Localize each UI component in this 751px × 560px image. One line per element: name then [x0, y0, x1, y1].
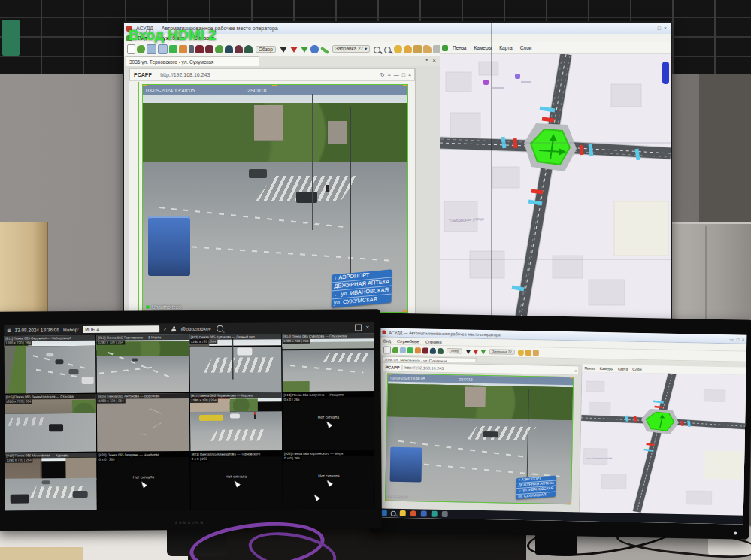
camera-tile-3[interactable]: [913] Пенза 065 Кулакова — Дачный пер.12… — [189, 334, 282, 392]
taskbar-search-icon[interactable] — [391, 510, 396, 516]
pcapp-close[interactable]: × — [408, 72, 411, 77]
zapravka-dropdown[interactable]: Заправка 27 ▾ — [332, 45, 370, 53]
rm-minimize[interactable]: — — [729, 337, 734, 341]
tab-close-icon[interactable]: × — [432, 57, 436, 64]
rm-orange-window-icon[interactable] — [415, 347, 421, 353]
vms-close-icon[interactable]: × — [365, 324, 369, 331]
rm-green-display-icon[interactable] — [407, 347, 413, 353]
rm-user-yellow-icon[interactable] — [518, 349, 524, 355]
route-icon[interactable] — [320, 47, 329, 54]
tab-bar: 3036 ул. Терновского - ул. Сухумская ▪ × — [124, 56, 440, 67]
orange-window-icon[interactable] — [179, 45, 187, 53]
map-menu-bar: Пенза Камеры Карта Слои — [440, 42, 671, 54]
tab-pin-icon[interactable]: ▪ — [426, 57, 428, 62]
window-icon[interactable] — [147, 44, 156, 54]
rm-zapravka-dropdown[interactable]: Заправка 27 — [489, 349, 515, 355]
cascade-windows-icon[interactable] — [158, 44, 168, 54]
zoom-user-icon[interactable] — [384, 47, 391, 53]
rm-leaf-icon[interactable] — [392, 347, 398, 353]
pcapp-url[interactable]: http://192.168.16.243 — [160, 72, 210, 77]
vms-menu-icon[interactable]: ≡ — [7, 326, 11, 334]
tree-red-icon[interactable] — [235, 45, 243, 53]
hand-icon[interactable] — [423, 45, 432, 53]
camera-feed[interactable]: ↑ АЭРОПОРТ ДЕЖУРНАЯ АПТЕКА ← ул. ИВАНОВС… — [142, 84, 408, 313]
bell-icon[interactable] — [404, 45, 412, 53]
rm-browse-button[interactable]: Обзор — [447, 348, 462, 353]
taskbar-app-icon-2[interactable] — [432, 511, 438, 517]
camera-tile-9[interactable]: [919] Пенза 065 Московская — Кураева1280… — [5, 453, 97, 511]
camera-tile-1[interactable]: [911] Пенза 065 Окружная — Набережная128… — [4, 335, 96, 394]
rm-pcapp-url[interactable]: http://192.168.16.243 — [404, 365, 444, 370]
camera-tile-6[interactable]: [916] Пенза 065 Антонова — Воронова1280 … — [97, 393, 189, 452]
tree-dark-icon[interactable] — [225, 45, 233, 53]
leaf-icon[interactable] — [137, 45, 145, 53]
rm-tree-icon[interactable] — [430, 347, 436, 353]
camera-tile-4[interactable]: [914] Пенза 065 Суворова — Плеханова1280… — [282, 333, 374, 392]
close-button[interactable]: × — [664, 26, 667, 31]
camera-tile-8[interactable]: [918] Пенза 065 Бакунина — Урицкого0 x 0… — [282, 392, 374, 450]
users-blue-icon[interactable] — [310, 45, 319, 53]
traffic-map[interactable]: Тамбовская улица — [440, 54, 671, 325]
taskbar-app-icon-3[interactable] — [442, 511, 448, 517]
camera-tile-7[interactable]: [917] Пенза 065 Лермонтова — Кирова1280 … — [189, 392, 282, 451]
user-yellow-icon[interactable] — [394, 45, 402, 53]
map-menu-penza[interactable]: Пенза — [449, 45, 470, 50]
vms-set-input[interactable]: ИПБ 4 — [83, 325, 159, 333]
mask-icon[interactable] — [205, 45, 213, 53]
rm-maximize[interactable]: □ — [737, 337, 739, 341]
rm-filter-green-icon[interactable] — [481, 350, 486, 354]
file-explorer-icon[interactable] — [400, 510, 406, 516]
box-icon[interactable] — [413, 45, 422, 53]
cursor-icon[interactable] — [189, 45, 194, 53]
green-leaf-icon[interactable] — [215, 45, 223, 53]
new-doc-icon[interactable] — [127, 44, 135, 54]
browse-button[interactable]: Обзор — [256, 46, 276, 53]
vms-check-icon[interactable]: ✓ — [163, 326, 168, 332]
binoculars-icon[interactable] — [195, 45, 204, 53]
rm-tree-icon-2[interactable] — [438, 347, 444, 353]
taskbar-app-icon-1[interactable] — [421, 510, 427, 516]
tree-green-icon[interactable] — [244, 45, 253, 53]
map-menu-map[interactable]: Карта — [495, 45, 516, 50]
rm-hand-icon[interactable] — [533, 350, 539, 356]
rm-filter-black-icon[interactable] — [466, 350, 471, 354]
rm-map-menu-map[interactable]: Карта — [616, 366, 631, 371]
camera-tile-2[interactable]: [912] Пенза 065 Терновского — 8 Марта128… — [96, 334, 189, 393]
vms-expand-icon[interactable] — [355, 324, 362, 331]
rm-map-menu-cameras[interactable]: Камеры — [598, 366, 616, 371]
vms-search-icon[interactable] — [217, 325, 223, 332]
pcapp-menu-icon[interactable]: ≡ — [388, 72, 391, 77]
rm-close[interactable]: × — [742, 337, 744, 341]
browser-icon[interactable] — [410, 510, 416, 516]
rm-pcapp-close[interactable]: × — [574, 368, 577, 373]
rm-bell-icon[interactable] — [525, 350, 531, 356]
camera-tile-10[interactable]: [920] Пенза 065 Гагарина — Чаадаева0 x 0… — [98, 452, 190, 510]
camera-tile-11[interactable]: [921] Пенза 065 Кижеватова — Терновского… — [190, 451, 283, 510]
zoom-in-icon[interactable] — [374, 47, 380, 53]
filter-black-icon[interactable] — [280, 47, 287, 53]
camera-tile-12[interactable]: [922] Пенза 065 Карпинского — Мира0 x 0 … — [283, 450, 375, 509]
rm-menu-service[interactable]: Служебные — [394, 338, 422, 344]
rm-camera-feed[interactable]: ↑ АЭРОПОРТ ДЕЖУРНАЯ АПТЕКА ← ул. ИВАНОВС… — [385, 374, 574, 505]
rm-window-icon[interactable] — [400, 347, 406, 353]
filter-red-icon[interactable] — [290, 47, 298, 53]
map-menu-layers[interactable]: Слои — [516, 45, 536, 50]
rm-filter-red-icon[interactable] — [474, 350, 478, 354]
rm-menu-vid[interactable]: Вид — [380, 338, 394, 343]
rm-binoculars-icon[interactable] — [422, 347, 428, 353]
rm-doc-icon[interactable] — [383, 346, 391, 353]
filter-green-icon[interactable] — [301, 47, 308, 53]
rm-menu-help[interactable]: Справка — [422, 339, 445, 344]
green-display-icon[interactable] — [169, 45, 177, 53]
rm-map-menu-layers[interactable]: Слои — [630, 367, 643, 371]
camera-tile-5[interactable]: [915] Пенза 065 Ленинградская — Стасова1… — [5, 394, 97, 453]
tab-intersection[interactable]: 3036 ул. Терновского - ул. Сухумская — [126, 56, 259, 66]
pcapp-minimize[interactable]: — — [394, 72, 399, 77]
maximize-button[interactable]: □ — [658, 26, 661, 31]
pcapp-maximize[interactable]: □ — [402, 72, 405, 77]
minimize-button[interactable]: — — [650, 26, 655, 31]
pcapp-refresh-icon[interactable]: ↻ — [380, 72, 385, 77]
rm-map-menu-penza[interactable]: Пенза — [582, 366, 597, 371]
rm-traffic-map[interactable]: Тамбовская улица — [580, 372, 747, 516]
vms-username[interactable]: @obozrobkov — [181, 326, 211, 331]
